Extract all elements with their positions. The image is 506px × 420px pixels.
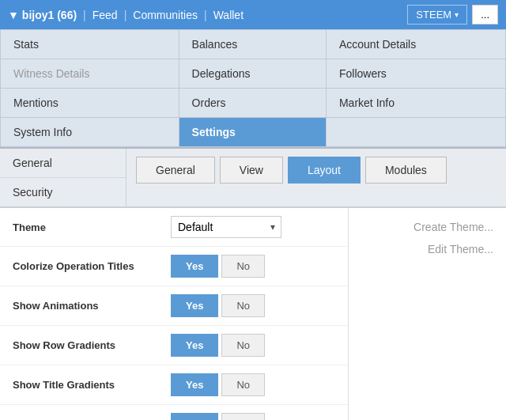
tab-view[interactable]: View	[220, 157, 283, 184]
theme-row: Theme Default	[0, 208, 348, 247]
box-shadows-no-btn[interactable]: No	[221, 413, 265, 420]
menu-item-account-details[interactable]: Account Details	[326, 30, 505, 59]
brand-caret[interactable]: ▼	[8, 9, 19, 21]
tab-layout[interactable]: Layout	[288, 157, 361, 184]
sep2: |	[124, 9, 127, 21]
tab-general[interactable]: General	[136, 157, 215, 184]
create-theme-button[interactable]: Create Theme...	[413, 221, 493, 233]
menu-grid: Stats Balances Account Details Witness D…	[0, 29, 506, 149]
subnav-item-general[interactable]: General	[0, 149, 126, 178]
animations-yes-btn[interactable]: Yes	[171, 294, 218, 317]
animations-controls: Yes No	[171, 294, 335, 317]
setting-row-row-gradients: Show Row Gradients Yes No	[0, 326, 348, 365]
menu-item-market-info[interactable]: Market Info	[326, 89, 505, 118]
nav-right: STEEM ▾ ...	[407, 5, 498, 25]
setting-row-title-gradients: Show Title Gradients Yes No	[0, 365, 348, 405]
tab-modules[interactable]: Modules	[365, 157, 447, 184]
row-gradients-controls: Yes No	[171, 334, 335, 357]
top-navbar: ▼ bijoy1 (66) | Feed | Communities | Wal…	[0, 0, 506, 29]
ellipsis-button[interactable]: ...	[472, 5, 498, 25]
colorize-no-btn[interactable]: No	[221, 255, 265, 278]
settings-right-panel: Create Theme... Edit Theme...	[348, 208, 506, 420]
theme-label: Theme	[13, 221, 171, 233]
theme-select[interactable]: Default	[171, 216, 281, 238]
theme-select-container: Default	[171, 216, 281, 238]
menu-item-mentions[interactable]: Mentions	[1, 89, 179, 118]
setting-row-box-shadows: Show Box Shadows Yes No	[0, 405, 348, 420]
setting-row-colorize: Colorize Operation Titles Yes No	[0, 247, 348, 286]
sep3: |	[204, 9, 207, 21]
nav-link-feed[interactable]: Feed	[93, 9, 118, 21]
animations-no-btn[interactable]: No	[221, 294, 265, 317]
row-gradients-yes-btn[interactable]: Yes	[171, 334, 218, 357]
settings-left: Theme Default Colorize Operation Titles …	[0, 208, 348, 420]
menu-item-empty	[326, 118, 505, 147]
menu-item-settings[interactable]: Settings	[179, 118, 326, 147]
title-gradients-controls: Yes No	[171, 373, 335, 396]
subnav-left: General Security	[0, 149, 126, 206]
nav-link-communities[interactable]: Communities	[133, 9, 198, 21]
subnav-tabs: General View Layout Modules	[126, 149, 506, 206]
colorize-controls: Yes No	[171, 255, 335, 278]
title-gradients-label: Show Title Gradients	[13, 379, 171, 391]
menu-item-delegations[interactable]: Delegations	[179, 59, 326, 89]
nav-link-wallet[interactable]: Wallet	[213, 9, 244, 21]
colorize-yes-btn[interactable]: Yes	[171, 255, 218, 278]
subnav-item-security[interactable]: Security	[0, 178, 126, 206]
menu-item-system-info[interactable]: System Info	[1, 118, 179, 147]
setting-row-animations: Show Animations Yes No	[0, 286, 348, 326]
animations-label: Show Animations	[13, 300, 171, 312]
sep1: |	[83, 9, 86, 21]
title-gradients-no-btn[interactable]: No	[221, 373, 265, 396]
menu-item-witness-details: Witness Details	[1, 59, 179, 89]
brand-area: ▼ bijoy1 (66)	[8, 9, 77, 21]
box-shadows-yes-btn[interactable]: Yes	[171, 413, 218, 420]
menu-item-orders[interactable]: Orders	[179, 89, 326, 118]
brand-name[interactable]: bijoy1 (66)	[22, 9, 77, 21]
box-shadows-controls: Yes No	[171, 413, 335, 420]
colorize-label: Colorize Operation Titles	[13, 260, 171, 272]
menu-item-balances[interactable]: Balances	[179, 30, 326, 59]
sub-navbar: General Security General View Layout Mod…	[0, 149, 506, 208]
steem-button[interactable]: STEEM ▾	[407, 5, 467, 25]
menu-table: Stats Balances Account Details Witness D…	[0, 29, 506, 147]
menu-item-followers[interactable]: Followers	[326, 59, 505, 89]
title-gradients-yes-btn[interactable]: Yes	[171, 373, 218, 396]
settings-area: Theme Default Colorize Operation Titles …	[0, 208, 506, 420]
row-gradients-label: Show Row Gradients	[13, 339, 171, 351]
edit-theme-button[interactable]: Edit Theme...	[428, 243, 493, 255]
menu-item-stats[interactable]: Stats	[1, 30, 179, 59]
row-gradients-no-btn[interactable]: No	[221, 334, 265, 357]
